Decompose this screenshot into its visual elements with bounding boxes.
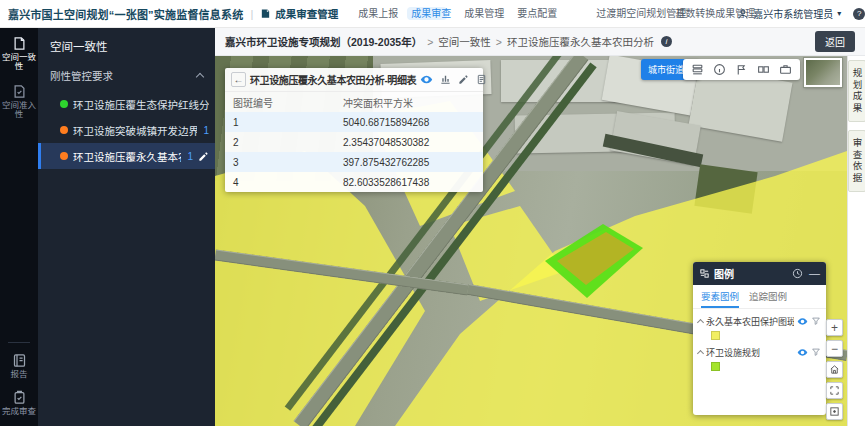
table-row[interactable]: 1 5040.68715894268	[225, 112, 483, 132]
user-icon	[737, 8, 749, 20]
user-menu[interactable]: 嘉兴市系统管理员 ▾	[737, 6, 841, 21]
flag-icon[interactable]	[735, 63, 748, 76]
tab-review-basis[interactable]: 审查依据	[848, 130, 865, 192]
right-tab-strip: 规划成果 审查依据	[847, 56, 865, 426]
tab-planning-results[interactable]: 规划成果	[848, 60, 865, 122]
table-row[interactable]: 4 82.6033528617438	[225, 172, 483, 192]
top-menu-item[interactable]: 基数转换成果管理	[671, 7, 737, 21]
extent-button[interactable]	[826, 403, 843, 420]
legend-swatch	[711, 362, 720, 371]
status-dot	[60, 152, 68, 160]
report-doc-icon[interactable]	[476, 74, 487, 85]
legend-tab-feature[interactable]: 要素图例	[701, 289, 739, 308]
detail-table-title: 环卫设施压覆永久基本农田分析-明细表	[250, 72, 416, 87]
collapse-chevron-icon[interactable]	[697, 349, 704, 356]
analysis-tree-item[interactable]: 环卫设施突破城镇开发边界分析 1	[38, 117, 215, 143]
rail-item-finish-review[interactable]: 完成审查	[2, 390, 36, 416]
legend-item: 环卫设施规划	[698, 343, 821, 371]
clipboard-check-icon	[12, 390, 27, 405]
layer-visibility-eye-icon[interactable]	[797, 347, 808, 358]
detail-table-column-headers: 图斑编号 冲突面积平方米	[225, 92, 483, 112]
breadcrumb-level2[interactable]: 环卫设施压覆永久基本农田分析	[507, 34, 654, 49]
detail-table-body: 1 5040.68715894268 2 2.35437048530382 3 …	[225, 112, 483, 192]
table-row[interactable]: 2 2.35437048530382	[225, 132, 483, 152]
fullscreen-button[interactable]	[826, 382, 843, 399]
legend-title: 图例	[714, 266, 734, 281]
legend-tab-tracking[interactable]: 追踪图例	[749, 289, 787, 308]
collapse-panel-button[interactable]: ←	[231, 72, 246, 87]
top-menu-item[interactable]: 成果上报	[354, 7, 394, 21]
top-menu-item[interactable]: 过渡期空间规划管理	[592, 7, 658, 21]
module-icon	[260, 8, 271, 19]
back-button[interactable]: 返回	[815, 31, 855, 52]
legend-grid-icon	[699, 268, 710, 279]
legend-panel: 图例 — 要素图例 追踪图例	[693, 262, 826, 415]
system-docs-link[interactable]: ? 系统文档	[853, 6, 865, 21]
document-icon	[12, 36, 27, 51]
detail-table-header: ← 环卫设施压覆永久基本农田分析-明细表	[225, 68, 483, 92]
topbar-right: 嘉兴市系统管理员 ▾ ? 系统文档	[737, 6, 865, 21]
help-icon: ?	[853, 8, 865, 20]
table-row[interactable]: 3 397.875432762285	[225, 152, 483, 172]
breadcrumb: 嘉兴市环卫设施专项规划（2019-2035年） > 空间一致性 > 环卫设施压覆…	[215, 28, 865, 56]
rail-item-spatial-consistency[interactable]: 空间一致性	[2, 36, 36, 72]
map-canvas[interactable]: ← 环卫设施压覆永久基本农田分析-明细表	[215, 56, 847, 426]
left-rail: 空间一致性 空间准入性 报告 完成审查	[0, 28, 38, 426]
home-extent-button[interactable]	[826, 361, 843, 378]
sidebar-title: 空间一致性	[38, 28, 215, 62]
analysis-tree: 环卫设施压覆生态保护红线分析 环卫设施突破城镇开发边界分析 1 环卫设施压覆永久…	[38, 91, 215, 169]
analysis-tree-item[interactable]: 环卫设施压覆永久基本农田分析 1	[38, 143, 215, 169]
zoom-in-button[interactable]: +	[826, 319, 843, 336]
sidebar: 空间一致性 刚性管控要求 环卫设施压覆生态保护红线分析 环卫设施突破城镇开发边界…	[38, 28, 215, 426]
legend-header-actions: —	[792, 268, 820, 279]
count-badge: 1	[203, 125, 209, 136]
toolbox-icon[interactable]	[779, 63, 792, 76]
legend-swatch	[711, 331, 720, 340]
breadcrumb-level1[interactable]: 空间一致性	[438, 34, 491, 49]
map-toolbar	[683, 59, 800, 80]
split-view-icon[interactable]	[757, 63, 770, 76]
collapse-chevron-icon[interactable]	[697, 318, 704, 325]
legend-body: 永久基本农田保护图斑	[693, 309, 826, 415]
zoom-out-button[interactable]: −	[826, 340, 843, 357]
layer-visibility-eye-icon[interactable]	[797, 316, 808, 327]
sidebar-group-header[interactable]: 刚性管控要求	[38, 62, 215, 89]
visibility-eye-icon[interactable]	[420, 73, 433, 86]
top-menu-item[interactable]: 成果管理	[460, 7, 500, 21]
map-zoom-controls: + −	[826, 319, 843, 420]
top-menu-item[interactable]: 成果审查	[407, 7, 447, 21]
filter-funnel-icon[interactable]	[811, 347, 821, 357]
basemap-thumbnail[interactable]	[804, 58, 842, 87]
legend-header: 图例 —	[693, 262, 826, 285]
status-dot	[60, 100, 68, 108]
minimize-icon[interactable]: —	[809, 268, 820, 279]
breadcrumb-root[interactable]: 嘉兴市环卫设施专项规划（2019-2035年）	[225, 34, 422, 49]
top-bar: 嘉兴市国土空间规划“一张图”实施监督信息系统 | 成果审查管理 成果上报成果审查…	[0, 0, 865, 28]
detail-table-panel: ← 环卫设施压覆永久基本农田分析-明细表	[225, 68, 483, 192]
user-name: 嘉兴市系统管理员	[753, 6, 833, 21]
top-menu: 成果上报成果审查成果管理要点配置过渡期空间规划管理基数转换成果管理	[354, 7, 737, 21]
analysis-tree-item[interactable]: 环卫设施压覆生态保护红线分析	[38, 91, 215, 117]
chevron-down-icon: ▾	[837, 9, 841, 18]
rail-divider	[8, 342, 30, 343]
chevron-up-icon	[196, 73, 204, 81]
rail-item-report[interactable]: 报告	[2, 353, 36, 379]
status-dot	[60, 126, 68, 134]
edit-pencil-icon[interactable]	[458, 74, 469, 85]
detail-table-actions	[420, 73, 487, 86]
edit-pencil-icon[interactable]	[198, 151, 209, 162]
clock-icon[interactable]	[792, 268, 803, 279]
top-menu-item[interactable]: 要点配置	[513, 7, 579, 21]
layers-icon[interactable]	[691, 63, 704, 76]
breadcrumb-separator: >	[496, 36, 502, 48]
count-badge: 1	[187, 151, 193, 162]
breadcrumb-separator: >	[427, 36, 433, 48]
filter-funnel-icon[interactable]	[811, 316, 821, 326]
info-circle-icon[interactable]	[713, 63, 726, 76]
main-panel: 嘉兴市环卫设施专项规划（2019-2035年） > 空间一致性 > 环卫设施压覆…	[215, 28, 865, 426]
legend-item: 永久基本农田保护图斑	[698, 312, 821, 340]
rail-item-spatial-admittance[interactable]: 空间准入性	[2, 84, 36, 120]
chart-icon[interactable]	[440, 74, 451, 85]
workspace: 空间一致性 空间准入性 报告 完成审查 空间一致性 刚性管控要求	[0, 28, 865, 426]
info-icon[interactable]: i	[661, 36, 672, 47]
